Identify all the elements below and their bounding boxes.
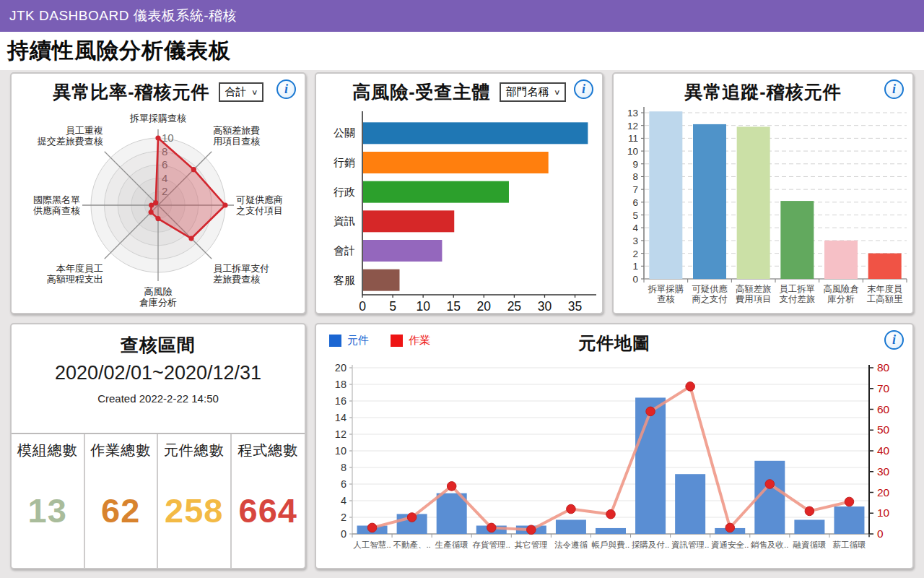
total-dropdown[interactable]: 合計 ∨ [219,82,263,102]
svg-text:公關: 公關 [334,126,355,139]
line-point-其它管理 [527,525,536,535]
info-glyph: i [582,82,585,97]
svg-text:支付差旅: 支付差旅 [780,294,815,304]
svg-text:可疑供應商: 可疑供應商 [236,194,283,205]
combo-chart: 0246810121416182001020304050607080人工智慧..… [316,362,912,567]
bar-高額差旅 [737,126,770,279]
line-point-生產循環 [447,482,456,491]
svg-text:35: 35 [568,299,582,312]
info-icon[interactable]: i [574,79,593,99]
svg-text:3: 3 [632,236,638,246]
svg-text:5: 5 [389,299,396,312]
svg-text:高額理程支出: 高額理程支出 [47,274,103,285]
svg-text:員工拆單支付: 員工拆單支付 [213,263,269,274]
svg-text:10: 10 [416,299,430,312]
dropdown-value: 部門名稱 [506,85,549,99]
svg-text:採購及付..: 採購及付.. [632,540,669,549]
svg-text:80: 80 [877,362,890,374]
svg-text:10: 10 [335,445,346,457]
bar-高風險倉 [824,241,858,279]
info-icon[interactable]: i [884,79,904,99]
svg-text:20: 20 [877,486,890,499]
svg-text:12: 12 [335,428,346,440]
svg-text:提交差旅費查核: 提交差旅費查核 [37,136,103,147]
stat-modules: 模組總數 13 [12,434,85,568]
bar-會計 [363,240,442,262]
svg-text:融資循環: 融資循環 [793,540,826,550]
panel-header: 高風險-受查主體 部門名稱 ∨ i [316,74,602,104]
svg-text:15: 15 [446,299,460,312]
svg-text:30: 30 [538,299,552,312]
svg-text:60: 60 [877,403,890,415]
svg-text:20: 20 [335,362,346,374]
radar-point [188,236,193,241]
svg-text:國際黑名單: 國際黑名單 [33,194,80,205]
bar-員工拆單 [780,201,814,279]
line-point-資通安全.. [725,523,735,532]
line-point-資訊管理.. [686,382,695,392]
bar-公關 [363,122,588,144]
radar-point [222,202,227,207]
audit-created-timestamp: Created 2022-2-22 14:50 [12,392,305,405]
line-point-帳戶與費.. [606,509,616,519]
svg-text:8: 8 [632,171,638,182]
line-point-採購及付.. [646,407,655,416]
line-point-人工智慧.. [367,523,377,532]
radar-point [153,200,158,205]
bar-融資循環 [794,519,824,534]
svg-text:7: 7 [632,184,638,195]
svg-text:4: 4 [632,223,638,233]
svg-text:費用項目: 費用項目 [736,294,771,304]
stat-components: 元件總數 258 [158,434,232,568]
svg-text:客服: 客服 [334,274,355,286]
svg-text:25: 25 [507,299,521,312]
svg-text:庫分析: 庫分析 [828,294,855,304]
svg-text:員工重複: 員工重複 [66,125,103,136]
svg-text:員工拆單: 員工拆單 [780,284,815,294]
svg-text:法令遵循: 法令遵循 [554,540,588,549]
dropdown-value: 合計 [225,85,247,99]
svg-text:資訊: 資訊 [334,215,355,227]
legend-swatch-components [329,335,341,347]
svg-text:資通安全..: 資通安全.. [711,540,749,550]
panel-tracking: 異常追蹤-稽核元件 i 012345678910111213拆單採購查核可疑供應… [612,72,914,314]
line-point-法令遵循 [567,504,576,514]
svg-text:10: 10 [877,506,890,519]
bar-薪工循環 [834,506,864,534]
svg-text:生產循環: 生產循環 [435,540,468,549]
info-icon[interactable]: i [276,79,296,99]
bar-行銷 [363,152,549,173]
page-title-bar: 持續性風險分析儀表板 [0,32,924,70]
radar-chart: 246810拆單採購查核高額差旅費用項目查核可疑供應商之支付項目員工拆單支付差旅… [12,101,305,312]
audit-date-range: 2020/02/01~2020/12/31 [12,362,305,384]
svg-text:高額差旅費: 高額差旅費 [213,125,260,136]
svg-text:供應商查核: 供應商查核 [33,205,80,216]
radar-point [155,135,160,140]
bar-採購及付.. [635,397,666,534]
panel-component-map: 元件 作業 元件地圖 i 024681012141618200102030405… [315,323,914,569]
panel-high-risk: 高風險-受查主體 部門名稱 ∨ i 公關行銷行政資訊會計客服0510152025… [315,72,603,314]
svg-text:0: 0 [877,527,884,540]
line-point-銷售及收.. [765,480,775,489]
app-title: JTK DASHBOARD 儀表板系統-稽核 [9,7,237,25]
info-glyph: i [284,82,288,97]
svg-text:2: 2 [341,512,346,523]
department-dropdown[interactable]: 部門名稱 ∨ [500,82,566,102]
chevron-down-icon: ∨ [250,88,258,96]
line-point-存貨管理.. [487,523,496,532]
svg-text:之支付項目: 之支付項目 [236,205,283,216]
page-title: 持續性風險分析儀表板 [7,36,231,66]
legend-item-components[interactable]: 元件 [329,334,369,348]
svg-text:高風險: 高風險 [144,286,173,297]
svg-text:50: 50 [877,423,890,436]
svg-text:末年度員: 末年度員 [867,284,902,294]
legend-item-jobs[interactable]: 作業 [391,334,430,348]
svg-text:18: 18 [335,379,346,390]
info-icon[interactable]: i [884,330,904,350]
svg-text:5: 5 [632,210,638,221]
svg-text:4: 4 [341,495,346,506]
info-glyph: i [892,82,896,97]
svg-text:倉庫分析: 倉庫分析 [139,297,177,308]
svg-text:人工智慧..: 人工智慧.. [353,540,391,549]
svg-text:可疑供應: 可疑供應 [692,284,728,294]
